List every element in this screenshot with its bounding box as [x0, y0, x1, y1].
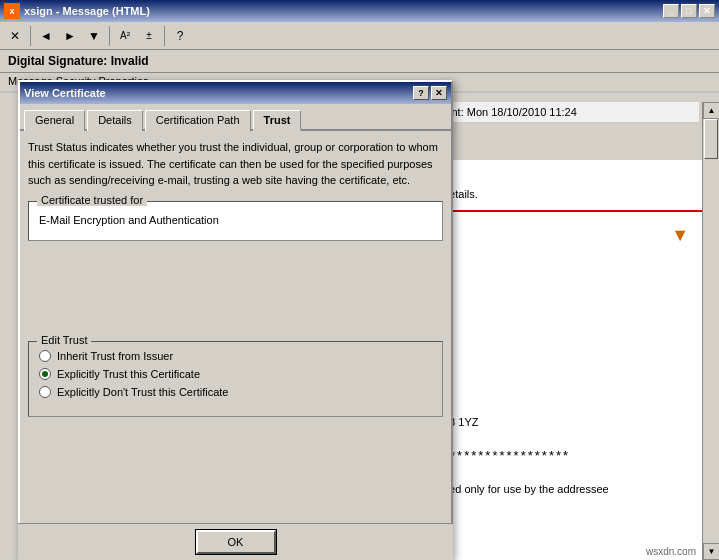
- stars-text: ******************: [443, 448, 711, 463]
- spacer: [28, 253, 443, 333]
- trust-description: Trust Status indicates whether you trust…: [28, 139, 443, 189]
- details-text: details.: [443, 188, 711, 200]
- maximize-button[interactable]: □: [681, 4, 697, 18]
- radio-explicit-trust-label: Explicitly Trust this Certificate: [57, 368, 200, 380]
- toolbar-pm-btn[interactable]: ±: [138, 25, 160, 47]
- edit-trust-label: Edit Trust: [37, 334, 91, 346]
- app-title: xsign - Message (HTML): [24, 5, 150, 17]
- close-button[interactable]: ✕: [699, 4, 715, 18]
- dialog-window: View Certificate ? ✕ General Details Cer…: [18, 80, 453, 560]
- trusted-value: E-Mail Encryption and Authentication: [39, 210, 432, 230]
- radio-inherit-trust[interactable]: Inherit Trust from Issuer: [39, 350, 432, 362]
- radio-explicit-trust-circle[interactable]: [39, 368, 51, 380]
- toolbar-help-btn[interactable]: ?: [169, 25, 191, 47]
- edit-trust-box: Edit Trust Inherit Trust from Issuer Exp…: [28, 341, 443, 417]
- dialog-title: View Certificate: [24, 87, 413, 99]
- dialog-help-button[interactable]: ?: [413, 86, 429, 100]
- sent-value: Mon 18/10/2010 11:24: [467, 106, 577, 118]
- sent-area: Sent: Mon 18/10/2010 11:24: [430, 102, 699, 123]
- signature-bar: Digital Signature: Invalid: [0, 50, 719, 73]
- footer-text: ded only for use by the addressee: [443, 483, 711, 495]
- wsxdn-watermark: wsxdn.com: [643, 545, 699, 558]
- scroll-thumb[interactable]: [704, 119, 718, 159]
- dialog-controls: ? ✕: [413, 86, 447, 100]
- red-divider: [443, 210, 711, 216]
- dialog-titlebar: View Certificate ? ✕: [20, 82, 451, 104]
- app-icon: x: [4, 3, 20, 19]
- radio-dont-trust[interactable]: Explicitly Don't Trust this Certificate: [39, 386, 432, 398]
- app-titlebar: x xsign - Message (HTML) _ □ ✕: [0, 0, 719, 22]
- toolbar-font-btn[interactable]: A²: [114, 25, 136, 47]
- toolbar-separator: [30, 26, 31, 46]
- radio-inherit-label: Inherit Trust from Issuer: [57, 350, 173, 362]
- toolbar-separator2: [109, 26, 110, 46]
- address-text: 98 1YZ: [443, 416, 711, 428]
- minimize-button[interactable]: _: [663, 4, 679, 18]
- toolbar-forward-btn[interactable]: ►: [59, 25, 81, 47]
- scroll-up-arrow[interactable]: ▲: [703, 102, 719, 119]
- scroll-track[interactable]: [703, 119, 719, 543]
- certificate-trusted-for-box: Certificate trusted for E-Mail Encryptio…: [28, 201, 443, 241]
- toolbar-down-btn[interactable]: ▼: [83, 25, 105, 47]
- tab-bar: General Details Certification Path Trust: [20, 104, 451, 131]
- right-scrollbar[interactable]: ▲ ▼: [702, 102, 719, 560]
- dialog-footer: OK: [18, 523, 453, 560]
- window-controls: _ □ ✕: [663, 4, 715, 18]
- tab-general[interactable]: General: [24, 110, 85, 131]
- toolbar-separator3: [164, 26, 165, 46]
- tab-details[interactable]: Details: [87, 110, 143, 131]
- email-content-area: details. 98 1YZ ****************** ded o…: [435, 160, 719, 560]
- tab-trust[interactable]: Trust: [253, 110, 302, 131]
- view-certificate-dialog: View Certificate ? ✕ General Details Cer…: [18, 80, 453, 560]
- trusted-for-label: Certificate trusted for: [37, 194, 147, 206]
- radio-inherit-circle[interactable]: [39, 350, 51, 362]
- orange-arrow-icon: ▼: [671, 225, 689, 246]
- ok-button[interactable]: OK: [196, 530, 276, 554]
- radio-dont-trust-circle[interactable]: [39, 386, 51, 398]
- signature-label: Digital Signature: Invalid: [8, 54, 149, 68]
- arrow-symbol: ▼: [671, 225, 689, 245]
- dialog-content: Trust Status indicates whether you trust…: [20, 131, 451, 511]
- radio-dont-trust-label: Explicitly Don't Trust this Certificate: [57, 386, 228, 398]
- scroll-down-arrow[interactable]: ▼: [703, 543, 719, 560]
- dialog-close-button[interactable]: ✕: [431, 86, 447, 100]
- tab-certification-path[interactable]: Certification Path: [145, 110, 251, 131]
- toolbar-back-btn[interactable]: ◄: [35, 25, 57, 47]
- toolbar: ✕ ◄ ► ▼ A² ± ?: [0, 22, 719, 50]
- radio-explicit-trust[interactable]: Explicitly Trust this Certificate: [39, 368, 432, 380]
- toolbar-close-btn[interactable]: ✕: [4, 25, 26, 47]
